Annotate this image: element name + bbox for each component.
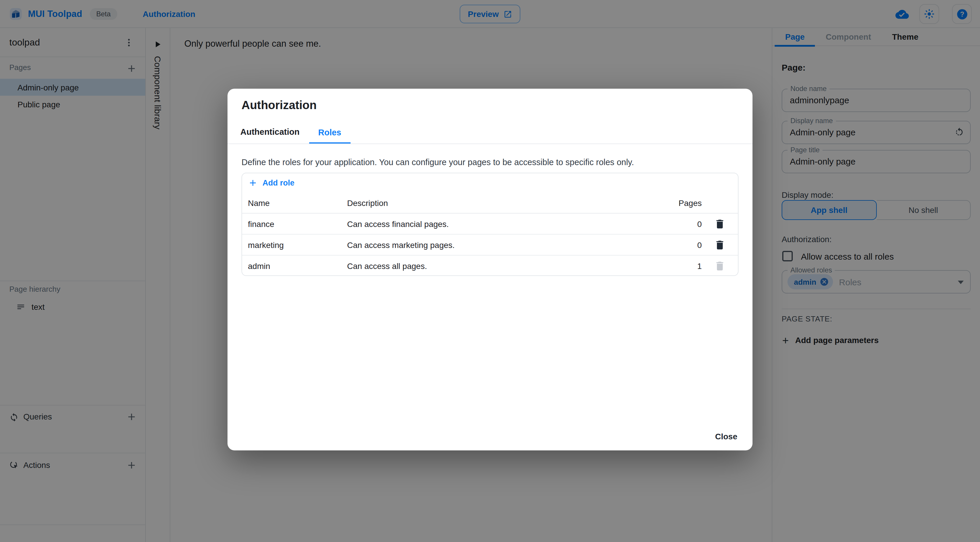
app-root: MUI Toolpad Beta Authorization Preview [0, 0, 980, 542]
add-role-button[interactable]: Add role [248, 178, 294, 188]
dialog-description: Define the roles for your application. Y… [242, 158, 738, 167]
table-row[interactable]: marketing Can access marketing pages. 0 [242, 234, 738, 255]
column-header-pages[interactable]: Pages [643, 198, 702, 207]
column-header-name[interactable]: Name [242, 198, 341, 207]
tab-roles[interactable]: Roles [309, 128, 351, 143]
table-row[interactable]: admin Can access all pages. 1 [242, 255, 738, 276]
role-name[interactable]: finance [242, 219, 341, 228]
table-row[interactable]: finance Can access financial pages. 0 [242, 214, 738, 234]
delete-role-button[interactable] [713, 217, 727, 231]
dialog-title: Authorization [242, 99, 317, 112]
role-name[interactable]: admin [242, 261, 341, 271]
table-toolbar: Add role [242, 173, 738, 193]
tab-authentication[interactable]: Authentication [231, 127, 309, 143]
role-pages-count: 0 [643, 219, 702, 228]
roles-table: Add role Name Description Pages finance … [242, 173, 738, 276]
role-description[interactable]: Can access all pages. [341, 261, 643, 271]
role-description[interactable]: Can access financial pages. [341, 219, 643, 228]
column-header-description[interactable]: Description [341, 198, 643, 207]
role-pages-count: 0 [643, 240, 702, 249]
dialog-tabs: Authentication Roles [228, 118, 752, 144]
role-name[interactable]: marketing [242, 240, 341, 249]
close-dialog-button[interactable]: Close [710, 428, 743, 445]
delete-role-button-disabled [713, 259, 727, 273]
role-pages-count: 1 [643, 261, 702, 271]
table-header-row: Name Description Pages [242, 193, 738, 214]
delete-role-button[interactable] [713, 238, 727, 252]
authorization-dialog: Authorization Authentication Roles Defin… [228, 89, 752, 450]
role-description[interactable]: Can access marketing pages. [341, 240, 643, 249]
